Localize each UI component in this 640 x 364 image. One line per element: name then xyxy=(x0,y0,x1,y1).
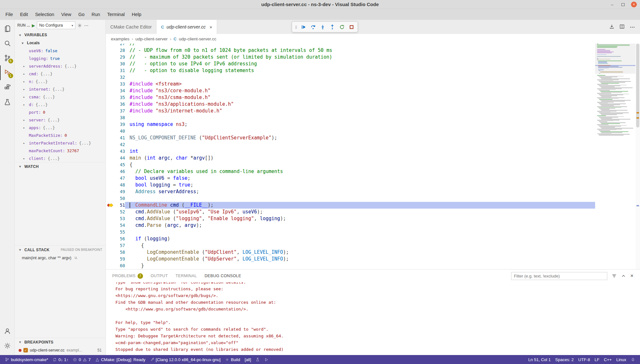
code-line[interactable]: 53 cmd.AddValue ("logging", "Enable logg… xyxy=(106,215,595,222)
code-line[interactable]: 58 LogComponentEnable ("UdpClient", LOG_… xyxy=(106,249,595,256)
code-line[interactable]: 31// - option to disable logging stateme… xyxy=(106,67,595,74)
breakpoint-checkbox[interactable]: ✓ xyxy=(23,348,28,352)
testing-icon[interactable] xyxy=(0,95,15,110)
variable-row[interactable]: logging:true xyxy=(15,54,105,62)
maximize-button[interactable] xyxy=(620,2,626,7)
scrollbar-thumb[interactable] xyxy=(636,44,639,128)
console-prompt[interactable]: > xyxy=(115,353,640,355)
filter-icon[interactable] xyxy=(612,274,617,278)
tab-udp-client-server[interactable]: C udp-client-server.cc × xyxy=(156,20,217,34)
tab-terminal[interactable]: TERMINAL xyxy=(175,269,197,282)
code-line[interactable]: 39using namespace ns3; xyxy=(106,121,595,128)
tab-close-icon[interactable]: × xyxy=(209,24,212,30)
code-line[interactable]: 60 } xyxy=(106,262,595,269)
cmake-status[interactable]: CMake: [Debug]: Ready xyxy=(93,355,148,364)
step-over-button[interactable] xyxy=(308,22,317,31)
variables-section-header[interactable]: ▾ VARIABLES xyxy=(15,31,105,39)
breadcrumb-item[interactable]: udp-client-server xyxy=(135,37,168,41)
chevron-right-icon[interactable]: ▸ xyxy=(23,80,28,83)
step-out-button[interactable] xyxy=(328,22,337,31)
menu-run[interactable]: Run xyxy=(88,9,104,20)
code-line[interactable]: 29// - maximum of 320 packets sent (or l… xyxy=(106,54,595,61)
tab-output[interactable]: OUTPUT xyxy=(151,269,168,282)
call-stack-section-header[interactable]: ▾ CALL STACK PAUSED ON BREAKPOINT xyxy=(15,245,105,254)
code-line[interactable]: 35#include "ns3/csma-module.h" xyxy=(106,94,595,101)
minimap[interactable] xyxy=(595,44,636,269)
breakpoints-section-header[interactable]: ▾ BREAKPOINTS xyxy=(15,338,105,346)
chevron-right-icon[interactable]: ▸ xyxy=(23,141,28,145)
settings-gear-icon[interactable] xyxy=(0,338,15,353)
code-line[interactable]: 52 cmd.AddValue ("useIpv6", "Use Ipv6", … xyxy=(106,209,595,215)
close-panel-icon[interactable]: × xyxy=(630,273,634,279)
code-line[interactable]: 30// - option to use IPv4 or IPv6 addres… xyxy=(106,61,595,67)
continue-button[interactable] xyxy=(299,22,308,31)
variable-row[interactable]: port:0 xyxy=(15,108,105,116)
code-line[interactable]: 46 // Declare variables used in command-… xyxy=(106,168,595,175)
cmake-build-button[interactable]: Build xyxy=(223,355,242,364)
code-line[interactable]: 48 bool logging = true; xyxy=(106,182,595,188)
menu-help[interactable]: Help xyxy=(128,9,145,20)
menu-terminal[interactable]: Terminal xyxy=(104,9,128,20)
overview-ruler[interactable] xyxy=(636,44,640,269)
step-into-button[interactable] xyxy=(318,22,327,31)
extensions-icon[interactable] xyxy=(0,80,15,95)
code-line[interactable]: 51 CommandLine cmd (__FILE__); xyxy=(106,202,595,209)
close-button[interactable]: × xyxy=(631,2,637,7)
chevron-right-icon[interactable]: ▸ xyxy=(23,126,28,129)
tab-problems[interactable]: PROBLEMS 7 xyxy=(112,269,143,282)
code-line[interactable]: 40 xyxy=(106,128,595,135)
source-control-icon[interactable]: 6 xyxy=(0,51,15,65)
variable-row[interactable]: ▸interPacketInterval:{...} xyxy=(15,139,105,147)
chevron-right-icon[interactable]: ▸ xyxy=(23,64,28,68)
debug-console[interactable]: Type "show configuration" for configurat… xyxy=(106,282,640,355)
code-line[interactable]: 57 { xyxy=(106,242,595,249)
variable-row[interactable]: ▸apps:{...} xyxy=(15,124,105,131)
stack-frame-row[interactable]: main(int argc, char ** argv) u. xyxy=(15,254,105,261)
code-line[interactable]: 44main (int argc, char *argv[]) xyxy=(106,155,595,161)
chevron-right-icon[interactable]: ▸ xyxy=(23,87,28,91)
drag-handle-icon[interactable]: ⣿ xyxy=(294,22,298,31)
build-target[interactable]: [all] xyxy=(242,355,253,364)
notifications-bell[interactable] xyxy=(628,357,637,362)
variable-row[interactable]: ▸d:{...} xyxy=(15,101,105,108)
code-line[interactable]: 49 Address serverAddress; xyxy=(106,188,595,195)
code-line[interactable]: 56 if (logging) xyxy=(106,236,595,242)
code-line[interactable]: 37#include "ns3/internet-module.h" xyxy=(106,108,595,114)
code-line[interactable]: 59 LogComponentEnable ("UdpServer", LOG_… xyxy=(106,256,595,262)
code-line[interactable]: 34#include "ns3/core-module.h" xyxy=(106,87,595,94)
start-debug-button[interactable]: ▶ xyxy=(32,23,35,28)
chevron-up-icon[interactable] xyxy=(621,274,626,278)
chevron-right-icon[interactable]: ▸ xyxy=(23,157,28,160)
os-indicator[interactable]: Linux xyxy=(614,357,628,362)
tab-debug-console[interactable]: DEBUG CONSOLE xyxy=(205,269,241,282)
launch-button[interactable] xyxy=(262,355,271,364)
more-actions-icon[interactable]: ⋯ xyxy=(630,24,635,30)
variable-row[interactable]: ▸server:{...} xyxy=(15,116,105,124)
chevron-right-icon[interactable]: ▸ xyxy=(23,72,28,76)
locals-scope[interactable]: ▾ Locals xyxy=(15,39,105,47)
breadcrumb-item[interactable]: udp-client-server.cc xyxy=(179,37,216,41)
language-mode[interactable]: C++ xyxy=(602,357,614,362)
code-line[interactable]: 47 bool useV6 = false; xyxy=(106,175,595,182)
encoding[interactable]: UTF-8 xyxy=(576,357,592,362)
menu-edit[interactable]: Edit xyxy=(16,9,31,20)
code-line[interactable]: 54 cmd.Parse (argc, argv); xyxy=(106,222,595,229)
tab-cmake-cache-editor[interactable]: CMake Cache Editor xyxy=(106,20,156,34)
variable-row[interactable]: ▸cmd:{...} xyxy=(15,70,105,78)
search-icon[interactable] xyxy=(0,36,15,51)
code-line[interactable]: 27// xyxy=(106,44,595,47)
minimize-button[interactable]: – xyxy=(609,2,615,7)
code-line[interactable]: 38 xyxy=(106,114,595,121)
code-line[interactable]: 33#include <fstream> xyxy=(106,81,595,87)
cmake-kit-status[interactable]: [Clang 12.0.0 x86_64-pc-linux-gnu] xyxy=(148,355,223,364)
sync-status[interactable]: 0↓ 1↑ xyxy=(50,355,71,364)
menu-go[interactable]: Go xyxy=(75,9,88,20)
variable-row[interactable]: MaxPacketSize:0 xyxy=(15,131,105,139)
more-actions-icon[interactable]: ⋯ xyxy=(84,23,88,28)
variable-row[interactable]: ▸serverAddress:{...} xyxy=(15,62,105,70)
variable-row[interactable]: ▸client:{...} xyxy=(15,154,105,162)
chevron-right-icon[interactable]: ▸ xyxy=(23,95,28,99)
variable-row[interactable]: ▸n:{...} xyxy=(15,78,105,85)
restart-button[interactable] xyxy=(337,22,346,31)
run-debug-icon[interactable]: 1 xyxy=(0,65,15,80)
